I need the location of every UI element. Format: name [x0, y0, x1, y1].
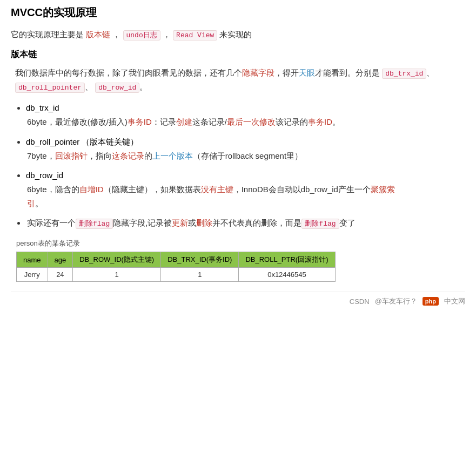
link-cluster-index-2[interactable]: 引: [27, 199, 35, 208]
cell-roll-ptr: 0x12446545: [239, 268, 335, 282]
link-last-modify[interactable]: 最后一次修改: [227, 117, 276, 126]
list-item-3: db_row_id 6byte，隐含的自增ID（隐藏主键），如果数据表没有主键，…: [26, 168, 465, 210]
cell-name: Jerry: [17, 268, 48, 282]
person-table: name age DB_ROW_ID(隐式主键) DB_TRX_ID(事务ID)…: [16, 252, 336, 282]
code-readview: Read View: [173, 30, 217, 40]
code-delete-flag-2: 删除flag: [301, 219, 339, 229]
bullet-desc-2: 7byte，回滚指针，指向这条记录的上一个版本（存储于rollback segm…: [26, 149, 465, 163]
desc-middle: ，得开: [274, 68, 299, 77]
col-header-row-id: DB_ROW_ID(隐式主键): [73, 252, 161, 268]
list-item-4: 实际还有一个删除flag隐藏字段,记录被更新或删除并不代表真的删除，而是删除fl…: [26, 215, 465, 230]
section1-desc: 我们数据库中的每行数据，除了我们肉眼看见的数据，还有几个隐藏字段，得开天眼才能看…: [11, 66, 465, 94]
link-create[interactable]: 创建: [176, 117, 192, 126]
bullet-desc-1: 6byte，最近修改(修改/插入)事务ID：记录创建这条记录/最后一次修改该记录…: [26, 115, 465, 129]
link-eye[interactable]: 天眼: [299, 68, 315, 77]
intro-text-after: 来实现的: [219, 30, 252, 39]
bullet-title-2: db_roll_pointer （版本链关键）: [26, 134, 465, 149]
cell-row-id: 1: [73, 268, 161, 282]
link-txid-1[interactable]: 事务ID: [128, 117, 152, 126]
list-item-2: db_roll_pointer （版本链关键） 7byte，回滚指针，指向这条记…: [26, 134, 465, 163]
link-txid-2[interactable]: 事务ID: [308, 117, 332, 126]
section1-title: 版本链: [11, 49, 465, 60]
link-no-pk[interactable]: 没有主键: [201, 185, 233, 194]
code-db-roll-pointer: db_roll_pointer: [15, 83, 85, 93]
page-title: MVCC的实现原理: [11, 5, 465, 20]
bullet-desc-4: 实际还有一个删除flag隐藏字段,记录被更新或删除并不代表真的删除，而是删除fl…: [26, 216, 465, 230]
col-header-name: name: [17, 252, 48, 268]
link-delete[interactable]: 删除: [196, 218, 212, 227]
table-row: Jerry 24 1 1 0x12446545: [17, 268, 336, 282]
code-db-trx-id: db_trx_id: [382, 69, 426, 79]
link-cluster-index[interactable]: 聚簇索: [371, 185, 395, 194]
cell-age: 24: [48, 268, 73, 282]
code-undo: undo日志: [123, 30, 160, 40]
footer-at: @车友车行？: [375, 296, 417, 306]
col-header-roll-ptr: DB_ROLL_PTR(回滚指针): [239, 252, 335, 268]
table-header-row: name age DB_ROW_ID(隐式主键) DB_TRX_ID(事务ID)…: [17, 252, 336, 268]
link-update[interactable]: 更新: [172, 218, 188, 227]
desc-before: 我们数据库中的每行数据，除了我们肉眼看见的数据，还有几个: [15, 68, 242, 77]
col-header-age: age: [48, 252, 73, 268]
link-this-record[interactable]: 这条记录: [112, 151, 144, 160]
link-rollback-ptr[interactable]: 回滚指针: [55, 151, 88, 160]
cell-trx-id: 1: [161, 268, 239, 282]
bullet-title-3: db_row_id: [26, 168, 465, 182]
footer-zhongwen: 中文网: [444, 296, 465, 306]
table-caption: person表的某条记录: [16, 239, 465, 248]
intro-sep1: ，: [112, 30, 120, 39]
bullet-desc-3: 6byte，隐含的自增ID（隐藏主键），如果数据表没有主键，InnoDB会自动以…: [26, 182, 465, 210]
link-version-chain[interactable]: 版本链: [86, 30, 110, 39]
intro-sep2: ，: [163, 30, 171, 39]
code-delete-flag-1: 删除flag: [76, 219, 113, 229]
php-badge: php: [423, 297, 439, 306]
bullet-title-1: db_trx_id: [26, 100, 465, 115]
intro-text-before: 它的实现原理主要是: [11, 30, 84, 39]
footer: CSDN @车友车行？ php 中文网: [11, 292, 465, 306]
link-auto-increment[interactable]: 自增ID: [79, 185, 104, 194]
table-section: person表的某条记录 name age DB_ROW_ID(隐式主键) DB…: [11, 239, 465, 282]
link-hidden-fields[interactable]: 隐藏字段: [242, 68, 274, 77]
intro-paragraph: 它的实现原理主要是 版本链 ， undo日志 ， Read View 来实现的: [11, 28, 465, 42]
desc-after: 才能看到。分别是: [315, 68, 380, 77]
link-prev-version[interactable]: 上一个版本: [152, 151, 193, 160]
list-item-1: db_trx_id 6byte，最近修改(修改/插入)事务ID：记录创建这条记录…: [26, 100, 465, 129]
code-db-row-id: db_row_id: [95, 83, 139, 93]
features-list: db_trx_id 6byte，最近修改(修改/插入)事务ID：记录创建这条记录…: [11, 100, 465, 230]
footer-site: CSDN: [350, 297, 370, 306]
col-header-trx-id: DB_TRX_ID(事务ID): [161, 252, 239, 268]
